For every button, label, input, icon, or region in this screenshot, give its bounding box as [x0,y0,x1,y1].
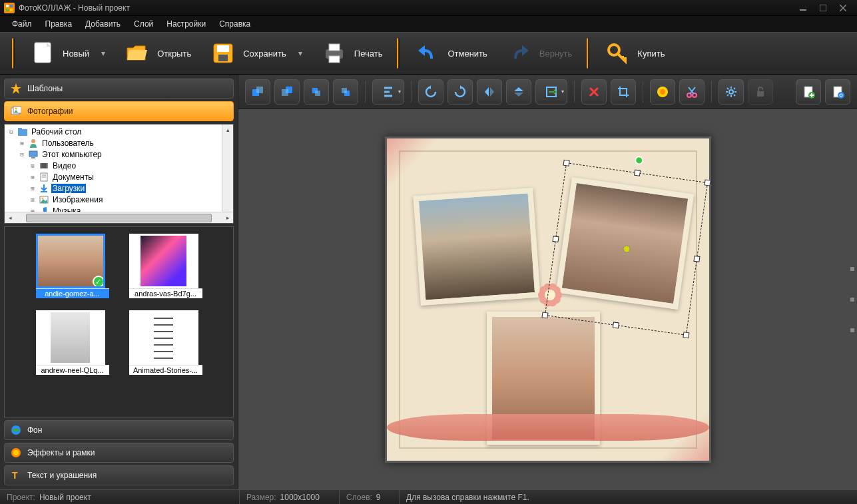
menu-settings[interactable]: Настройки [160,17,212,31]
status-size: Размер: 1000x1000 [240,490,340,504]
menu-layer[interactable]: Слой [127,17,160,31]
save-icon [210,40,236,67]
new-button[interactable]: Новый ▾ [20,35,115,71]
cut-button[interactable] [679,79,705,105]
menu-help[interactable]: Справка [212,17,257,31]
add-page-button[interactable] [796,79,821,105]
tree-row-documents[interactable]: ⊞ Документы [6,171,232,182]
flower-decoration [523,268,577,322]
tree-row-desktop[interactable]: ⊟ Рабочий стол [6,126,232,137]
svg-rect-3 [6,9,9,11]
expand-icon[interactable]: ⊞ [18,140,26,146]
folder-open-icon [124,40,150,67]
svg-point-19 [15,108,17,110]
flip-vertical-button[interactable] [506,79,531,105]
collapse-icon[interactable]: ⊟ [18,151,26,158]
send-backward-button[interactable] [333,79,358,105]
accordion-templates[interactable]: Шаблоны [4,79,234,99]
toolbar-separator [411,81,412,103]
expand-icon[interactable]: ⊞ [29,174,37,180]
close-button[interactable] [833,0,853,15]
maximize-button[interactable] [813,0,833,15]
rotate-right-button[interactable] [447,79,473,105]
svg-rect-11 [217,45,229,52]
photos-icon [10,105,22,117]
canvas-viewport[interactable] [238,109,857,489]
thumbnail-item[interactable]: andras-vas-Bd7g... [129,234,202,298]
dropdown-arrow-icon: ▾ [101,49,105,58]
app-icon [4,3,15,13]
accordion-effects[interactable]: Эффекты и рамки [4,443,234,463]
undo-button[interactable]: Отменить [405,35,496,71]
thumbnail-image [36,310,105,365]
thumbnail-item[interactable]: andrew-neel-QLq... [36,310,109,375]
computer-icon [28,150,39,159]
dropdown-arrow-icon: ▾ [298,49,302,58]
menu-edit[interactable]: Правка [39,17,79,31]
canvas-toolbar: ▾ ▾ [238,75,857,109]
lock-button[interactable] [748,79,773,105]
toolbar-separator [12,38,15,69]
thumbnail-item[interactable]: ✓ andie-gomez-a... [36,234,109,298]
status-layers: Слоев: 9 [340,490,400,504]
svg-point-33 [42,197,44,199]
svg-point-50 [660,89,665,95]
align-button[interactable]: ▾ [372,79,404,105]
svg-rect-2 [10,5,13,7]
tree-vertical-scrollbar[interactable]: ▴ [222,125,233,212]
tree-horizontal-scrollbar[interactable]: ◂▸ [5,212,233,223]
bring-front-button[interactable] [245,79,270,105]
tree-row-images[interactable]: ⊞ Изображения [6,194,232,205]
menu-add[interactable]: Добавить [79,17,127,31]
photo-frame[interactable] [413,187,540,305]
print-button[interactable]: Печать [312,35,392,71]
right-panel-handles[interactable] [850,267,854,332]
collapse-icon[interactable]: ⊟ [7,128,15,135]
save-button[interactable]: Сохранить ▾ [200,35,312,71]
redo-icon [506,40,533,67]
tree-row-computer[interactable]: ⊟ Этот компьютер [6,148,232,160]
svg-rect-21 [18,128,22,130]
menu-bar: Файл Правка Добавить Слой Настройки Спра… [0,16,857,32]
send-back-button[interactable] [274,79,300,105]
print-icon [321,40,348,67]
canvas[interactable] [385,136,711,463]
folder-tree[interactable]: ⊟ Рабочий стол ⊞ Пользователь ⊟ Этот ком… [4,124,234,224]
accordion-text[interactable]: T Текст и украшения [4,465,234,485]
accordion-photos[interactable]: Фотографии [4,101,234,121]
expand-icon[interactable]: ⊞ [29,162,37,169]
canvas-area: ▾ ▾ [238,75,857,489]
expand-icon[interactable]: ⊞ [29,185,37,192]
accordion-background[interactable]: Фон [4,420,234,440]
svg-point-53 [729,90,733,94]
svg-rect-20 [18,129,27,136]
tree-row-user[interactable]: ⊞ Пользователь [6,137,232,148]
svg-rect-62 [757,91,764,97]
menu-file[interactable]: Файл [5,17,39,31]
tree-row-video[interactable]: ⊞ Видео [6,160,232,171]
flip-horizontal-button[interactable] [477,79,502,105]
expand-icon[interactable]: ⊞ [29,196,37,203]
delete-button[interactable] [581,79,607,105]
svg-rect-14 [329,44,340,51]
svg-rect-24 [31,157,35,158]
minimize-button[interactable] [793,0,813,15]
svg-text:T: T [12,470,18,481]
toolbar-separator [397,38,400,69]
open-button[interactable]: Открыть [115,35,200,71]
redo-button[interactable]: Вернуть [497,35,582,71]
svg-rect-42 [315,91,320,96]
crop-button[interactable] [611,79,636,105]
bring-forward-button[interactable] [304,79,329,105]
fit-button[interactable]: ▾ [535,79,567,105]
rotate-left-button[interactable] [418,79,443,105]
page-settings-button[interactable] [825,79,850,105]
status-bar: Проект: Новый проект Размер: 1000x1000 С… [0,489,857,504]
settings-button[interactable] [718,79,744,105]
svg-line-61 [727,95,728,96]
document-icon [39,172,49,182]
buy-button[interactable]: Купить [595,35,674,71]
thumbnail-item[interactable]: Animated-Stories-... [129,310,202,375]
tree-row-downloads[interactable]: ⊞ Загрузки [6,182,232,194]
color-button[interactable] [650,79,675,105]
